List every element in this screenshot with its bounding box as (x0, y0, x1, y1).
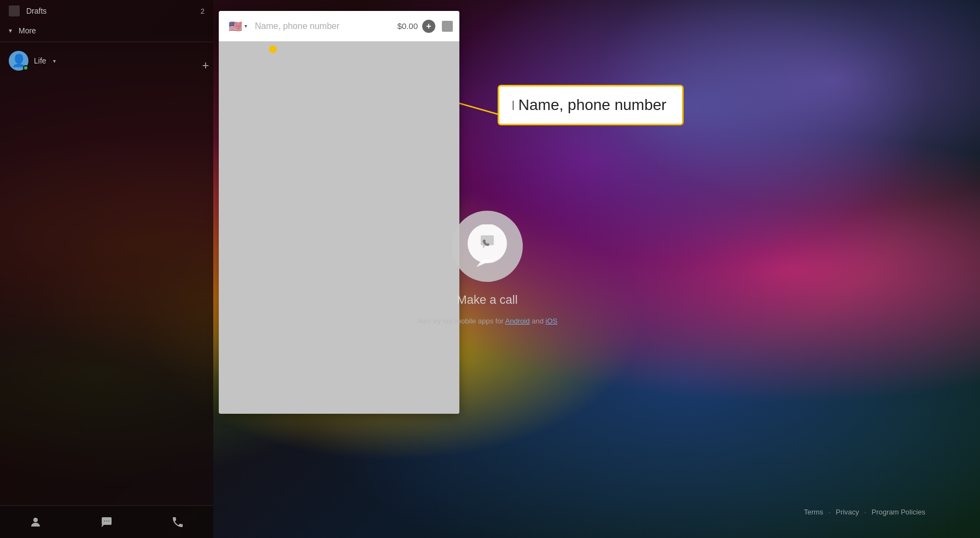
chevron-down-icon: ▾ (9, 27, 12, 34)
dropdown-arrow-icon: ▾ (53, 58, 56, 64)
svg-rect-6 (108, 520, 109, 522)
drafts-count: 2 (201, 7, 205, 15)
sidebar-item-more[interactable]: ▾ More (0, 22, 213, 39)
online-status-dot (23, 65, 28, 71)
svg-rect-4 (104, 520, 105, 522)
drafts-icon (9, 5, 20, 16)
bottom-navigation (0, 505, 213, 538)
sidebar: Drafts 2 ▾ More 👤 Life ▾ + (0, 0, 213, 538)
ios-link[interactable]: iOS (546, 317, 558, 325)
terms-link[interactable]: Terms (804, 508, 823, 516)
svg-marker-3 (102, 525, 104, 527)
mobile-apps-text: Also try our mobile apps for Android and… (417, 316, 558, 327)
and-text: and (530, 317, 546, 325)
svg-point-1 (33, 518, 38, 522)
phone-nav-icon[interactable] (170, 514, 185, 530)
android-link[interactable]: Android (505, 317, 530, 325)
connector-dot (269, 45, 277, 53)
privacy-link[interactable]: Privacy (836, 508, 859, 516)
svg-rect-5 (106, 520, 107, 522)
contacts-nav-icon[interactable] (28, 514, 43, 530)
add-conversation-button[interactable]: + (198, 58, 213, 73)
more-label: More (19, 26, 36, 35)
mobile-prefix-text: Also try our mobile apps for (417, 317, 505, 325)
call-icon-container (452, 211, 523, 282)
call-bubble-icon (465, 224, 509, 268)
account-selector[interactable]: 👤 Life ▾ (0, 44, 213, 77)
program-policies-link[interactable]: Program Policies (872, 508, 925, 516)
chat-nav-icon[interactable] (99, 514, 114, 530)
sidebar-item-drafts[interactable]: Drafts 2 (0, 0, 213, 22)
sidebar-divider (0, 42, 213, 42)
zoom-callout: | Name, phone number (498, 85, 684, 125)
drafts-label: Drafts (26, 7, 194, 15)
footer-links: Terms · Privacy · Program Policies (804, 508, 925, 516)
footer-sep-1: · (829, 508, 831, 516)
avatar-container: 👤 (9, 51, 28, 71)
make-call-label: Make a call (457, 293, 517, 307)
text-cursor-icon: | (510, 100, 516, 110)
account-name: Life (34, 56, 46, 65)
footer-sep-2: · (864, 508, 866, 516)
zoom-callout-text: Name, phone number (518, 96, 667, 114)
center-area: Make a call Also try our mobile apps for… (213, 0, 980, 538)
